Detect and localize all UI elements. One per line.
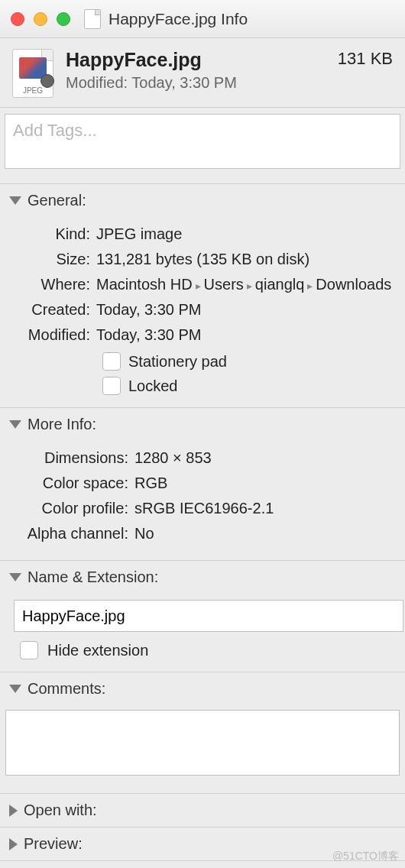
- created-value: Today, 3:30 PM: [96, 299, 393, 321]
- section-open-with: Open with:: [0, 794, 405, 828]
- file-header: JPEG HappyFace.jpg Modified: Today, 3:30…: [0, 38, 405, 108]
- stationery-checkbox[interactable]: [102, 352, 121, 371]
- colorprofile-value: sRGB IEC61966-2.1: [134, 497, 393, 520]
- section-general: General: Kind:JPEG image Size:131,281 by…: [0, 184, 405, 408]
- section-title-name-extension: Name & Extension:: [28, 568, 158, 586]
- tags-section: [0, 108, 405, 184]
- path-separator-icon: ▸: [304, 278, 316, 293]
- file-icon-sublabel: JPEG: [23, 86, 43, 95]
- watermark: @51CTO博客: [332, 850, 399, 863]
- section-more-info: More Info: Dimensions:1280 × 853 Color s…: [0, 408, 405, 561]
- chevron-right-icon: [9, 805, 18, 817]
- size-label: Size:: [12, 248, 96, 270]
- chevron-down-icon: [9, 573, 21, 581]
- size-value: 131,281 bytes (135 KB on disk): [96, 248, 393, 270]
- alpha-value: No: [134, 523, 393, 545]
- locked-checkbox[interactable]: [102, 377, 121, 395]
- section-header-more-info[interactable]: More Info:: [0, 408, 405, 441]
- titlebar-file-icon: [84, 9, 101, 29]
- dimensions-value: 1280 × 853: [134, 447, 393, 469]
- chevron-down-icon: [9, 420, 21, 429]
- zoom-button[interactable]: [57, 12, 70, 26]
- where-label: Where:: [12, 274, 96, 296]
- section-title-preview: Preview:: [24, 835, 83, 853]
- where-value: Macintosh HD▸Users▸qianglq▸Downloads: [96, 274, 393, 296]
- created-label: Created:: [12, 299, 96, 321]
- dimensions-label: Dimensions:: [12, 447, 134, 469]
- section-header-general[interactable]: General:: [0, 184, 405, 217]
- section-title-general: General:: [28, 192, 86, 209]
- modified-value: Today, 3:30 PM: [96, 324, 393, 346]
- close-button[interactable]: [11, 12, 24, 26]
- section-header-name-extension[interactable]: Name & Extension:: [0, 561, 405, 594]
- file-name: HappyFace.jpg: [66, 49, 326, 71]
- section-header-comments[interactable]: Comments:: [0, 672, 405, 705]
- alpha-label: Alpha channel:: [12, 523, 134, 545]
- colorprofile-label: Color profile:: [12, 497, 134, 520]
- section-comments: Comments:: [0, 672, 405, 794]
- hide-extension-label: Hide extension: [47, 642, 148, 659]
- chevron-down-icon: [9, 685, 21, 693]
- modified-label: Modified:: [12, 324, 96, 346]
- path-separator-icon: ▸: [244, 278, 255, 293]
- file-thumbnail-icon: JPEG: [12, 49, 53, 98]
- path-separator-icon: ▸: [193, 278, 204, 293]
- tags-input[interactable]: [5, 114, 400, 169]
- locked-label: Locked: [128, 377, 178, 395]
- section-header-open-with[interactable]: Open with:: [0, 794, 405, 827]
- section-name-extension: Name & Extension: Hide extension: [0, 561, 405, 672]
- hide-extension-checkbox[interactable]: [20, 641, 38, 659]
- titlebar: HappyFace.jpg Info: [0, 0, 405, 38]
- kind-label: Kind:: [12, 223, 96, 245]
- colorspace-value: RGB: [134, 472, 393, 494]
- section-title-comments: Comments:: [28, 680, 105, 698]
- window-controls: [11, 12, 70, 26]
- name-extension-input[interactable]: [14, 600, 403, 632]
- window-title: HappyFace.jpg Info: [109, 10, 248, 28]
- stationery-label: Stationery pad: [128, 353, 227, 371]
- comments-input[interactable]: [5, 710, 400, 776]
- chevron-right-icon: [9, 838, 18, 850]
- file-size: 131 KB: [338, 49, 393, 69]
- minimize-button[interactable]: [34, 12, 47, 26]
- kind-value: JPEG image: [96, 223, 393, 245]
- file-modified: Modified: Today, 3:30 PM: [66, 74, 326, 92]
- chevron-down-icon: [9, 196, 21, 205]
- colorspace-label: Color space:: [12, 472, 134, 494]
- section-title-more-info: More Info:: [28, 416, 96, 433]
- section-title-open-with: Open with:: [24, 802, 97, 819]
